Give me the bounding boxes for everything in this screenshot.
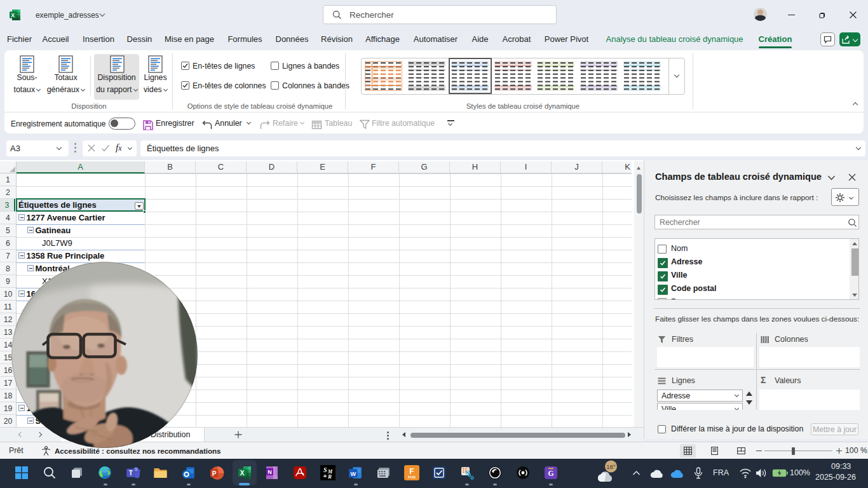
svg-text:&: & (323, 473, 327, 478)
svg-text:W: W (351, 471, 356, 477)
svg-text:FUS: FUS (408, 475, 416, 479)
svg-text:P: P (212, 470, 217, 477)
svg-text:X: X (240, 470, 245, 477)
svg-text:N: N (268, 469, 272, 475)
svg-text:G: G (548, 470, 554, 477)
svg-text:R: R (327, 473, 332, 480)
svg-text:18°: 18° (606, 463, 616, 470)
svg-text:X: X (11, 12, 15, 18)
svg-text:T: T (129, 470, 133, 477)
svg-text:F: F (409, 467, 414, 476)
svg-text:S: S (323, 466, 327, 473)
